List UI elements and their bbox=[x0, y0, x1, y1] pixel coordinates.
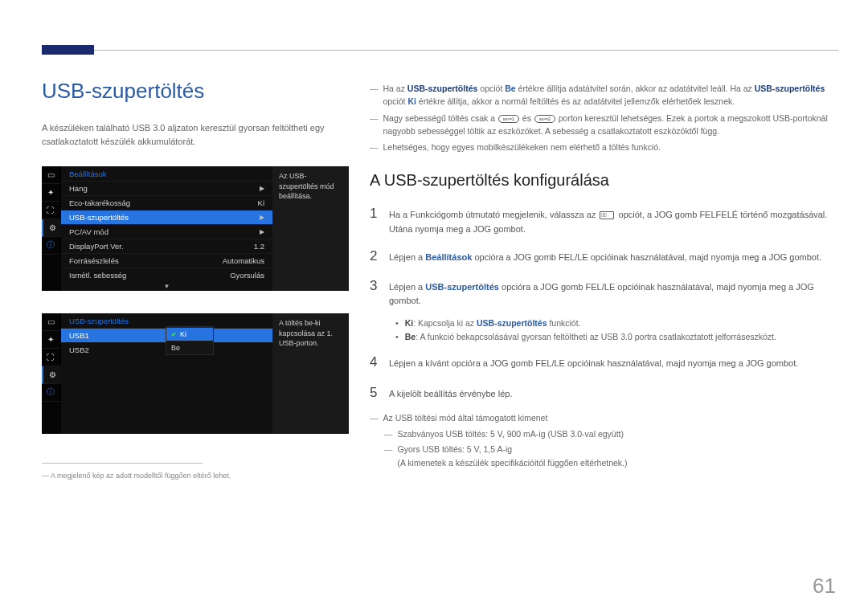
intro-text: A készüléken található USB 3.0 aljzaton … bbox=[42, 121, 349, 149]
osd-row-pcav: PC/AV mód▶ bbox=[61, 224, 272, 239]
gear-icon: ⚙ bbox=[42, 219, 61, 237]
resize-icon: ⛶ bbox=[42, 202, 61, 219]
info-icon: ⓘ bbox=[42, 384, 61, 402]
bullet-ki: Ki: Kapcsolja ki az USB-szupertöltés fun… bbox=[395, 317, 840, 330]
left-column: USB-szupertöltés A készüléken található … bbox=[42, 79, 349, 480]
info-icon: ⓘ bbox=[42, 237, 61, 255]
ss-port-icon: ss⇔1 bbox=[498, 115, 519, 123]
osd-option-be: Be bbox=[166, 341, 213, 354]
menu-icon bbox=[600, 211, 614, 219]
osd-row-dp: DisplayPort Ver.1.2 bbox=[61, 239, 272, 253]
step-2: 2 Lépjen a Beállítások opcióra a JOG gom… bbox=[370, 245, 840, 267]
osd-option-ki: ✔Ki bbox=[166, 327, 213, 341]
step-1: 1 Ha a Funkciógomb útmutató megjelenik, … bbox=[370, 202, 840, 236]
osd-help: Az USB-szupertöltés mód beállítása. bbox=[272, 166, 349, 291]
page-number: 61 bbox=[813, 574, 836, 599]
note-item: Ha az USB-szupertöltés opciót Be értékre… bbox=[370, 82, 840, 108]
step-5: 5 A kijelölt beállítás érvénybe lép. bbox=[370, 382, 840, 403]
resize-icon: ⛶ bbox=[42, 349, 61, 366]
osd-row-hang: Hang▶ bbox=[61, 181, 272, 195]
note-item: Lehetséges, hogy egyes mobilkészülékeken… bbox=[370, 141, 840, 153]
osd-list: USB-szupertöltés USB1 USB2 ✔Ki Be bbox=[61, 313, 272, 434]
footnote-rule bbox=[42, 463, 203, 464]
adjust-icon: ✦ bbox=[42, 184, 61, 202]
step-3-bullets: Ki: Kapcsolja ki az USB-szupertöltés fun… bbox=[395, 317, 840, 344]
check-icon: ✔ bbox=[171, 331, 177, 338]
note-list: Ha az USB-szupertöltés opciót Be értékre… bbox=[370, 82, 840, 153]
section-tab bbox=[42, 45, 94, 55]
right-column: Ha az USB-szupertöltés opciót Be értékre… bbox=[370, 79, 840, 472]
osd-row-source: ForrásészlelésAutomatikus bbox=[61, 253, 272, 268]
osd-nav-icons: ▭ ✦ ⛶ ⚙ ⓘ bbox=[42, 166, 61, 291]
step-list: 1 Ha a Funkciógomb útmutató megjelenik, … bbox=[370, 202, 840, 403]
ss-port-icon: ss⇔2 bbox=[534, 115, 555, 123]
osd-header: Beállítások bbox=[61, 166, 272, 181]
step-4: 4 Lépjen a kívánt opcióra a JOG gomb FEL… bbox=[370, 351, 840, 373]
chevron-down-icon: ▼ bbox=[61, 282, 272, 291]
output-heading: Az USB töltési mód által támogatott kime… bbox=[370, 411, 840, 425]
osd-row-repeat: Ismétl. sebességGyorsulás bbox=[61, 268, 272, 282]
step-3: 3 Lépjen a USB-szupertöltés opcióra a JO… bbox=[370, 275, 840, 309]
output-item: Szabványos USB töltés: 5 V, 900 mA-ig (U… bbox=[384, 427, 840, 441]
output-items: Szabványos USB töltés: 5 V, 900 mA-ig (U… bbox=[384, 427, 840, 470]
osd-help: A töltés be-ki kapcsolása az 1. USB-port… bbox=[272, 313, 349, 434]
osd-usb-panel: ▭ ✦ ⛶ ⚙ ⓘ USB-szupertöltés USB1 USB2 ✔Ki… bbox=[42, 313, 349, 434]
config-heading: A USB-szupertöltés konfigurálása bbox=[370, 171, 840, 190]
page-title: USB-szupertöltés bbox=[42, 79, 349, 104]
header-rule bbox=[42, 50, 839, 51]
gear-icon: ⚙ bbox=[42, 366, 61, 384]
monitor-icon: ▭ bbox=[42, 166, 61, 184]
osd-options-popup: ✔Ki Be bbox=[166, 326, 214, 355]
osd-nav-icons: ▭ ✦ ⛶ ⚙ ⓘ bbox=[42, 313, 61, 434]
osd-row-usb-supercharge: USB-szupertöltés▶ bbox=[61, 210, 272, 224]
note-item: Nagy sebességű töltés csak a ss⇔1 és ss⇔… bbox=[370, 112, 840, 138]
footnote: ― A megjelenő kép az adott modelltől füg… bbox=[42, 472, 349, 480]
monitor-icon: ▭ bbox=[42, 313, 61, 331]
adjust-icon: ✦ bbox=[42, 331, 61, 349]
osd-row-eco: Eco-takarékosságKi bbox=[61, 195, 272, 210]
bullet-be: Be: A funkció bekapcsolásával gyorsan fe… bbox=[395, 330, 840, 344]
chevron-right-icon: ▶ bbox=[260, 228, 264, 235]
chevron-right-icon: ▶ bbox=[260, 185, 264, 192]
output-item: Gyors USB töltés: 5 V, 1,5 A-ig(A kimene… bbox=[384, 443, 840, 470]
osd-settings-panel: ▭ ✦ ⛶ ⚙ ⓘ Beállítások Hang▶ Eco-takaréko… bbox=[42, 166, 349, 291]
chevron-right-icon: ▶ bbox=[260, 214, 264, 221]
osd-list: Beállítások Hang▶ Eco-takarékosságKi USB… bbox=[61, 166, 272, 291]
